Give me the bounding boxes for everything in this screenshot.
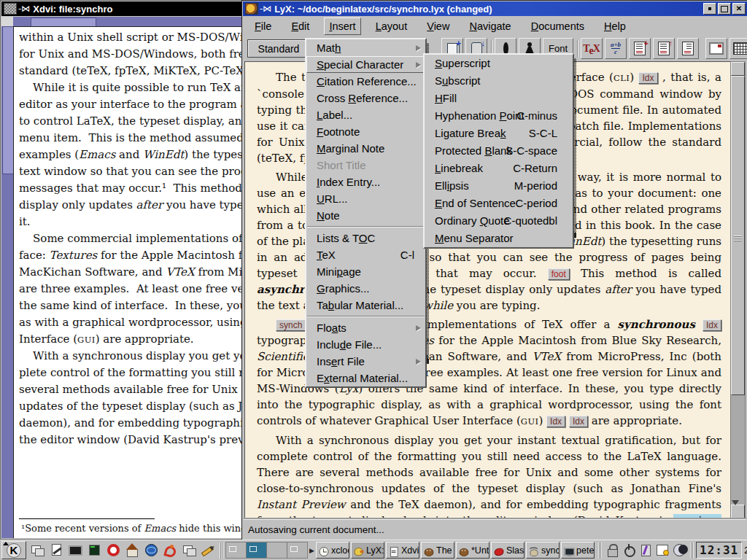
- special-character-menu-item-ligature-break[interactable]: Ligature BreakS-C-L: [425, 125, 573, 142]
- panel-handle[interactable]: [220, 542, 223, 559]
- taskbar-task-unti[interactable]: *Unti: [456, 542, 489, 559]
- launcher-windows-stack[interactable]: [179, 542, 198, 559]
- index-inset[interactable]: Idx: [546, 416, 565, 427]
- special-character-menu-item-hyphenation-point[interactable]: Hyphenation PointC-minus: [425, 107, 573, 125]
- change-depth-button[interactable]: [677, 38, 699, 59]
- small-caps: CLI: [614, 73, 630, 83]
- taskbar-task-xdvi[interactable]: Xdvi: [386, 542, 419, 559]
- insert-footnote-button[interactable]: +: [629, 38, 651, 59]
- iconify-button[interactable]: [703, 3, 716, 15]
- launcher-home-folder[interactable]: [123, 542, 142, 559]
- menubar-item-edit[interactable]: Edit: [286, 18, 314, 35]
- insert-menu-item-minipage[interactable]: Minipage: [306, 263, 425, 280]
- special-character-menu-item-linebreak[interactable]: LinebreakC-Return: [425, 160, 573, 177]
- lock-tray-icon[interactable]: [605, 542, 620, 558]
- organizer-tray-icon[interactable]: [655, 542, 670, 558]
- insert-menu-item-special-character[interactable]: Special Character: [306, 56, 425, 73]
- taskbar-task-slas[interactable]: Slas: [491, 542, 525, 559]
- maximize-button[interactable]: [718, 3, 731, 15]
- insert-menu-item-note[interactable]: Note: [306, 207, 425, 224]
- menubar-item-view[interactable]: View: [422, 18, 454, 35]
- insert-menu-item-external-material[interactable]: External Material...: [306, 370, 425, 386]
- menubar-item-navigate[interactable]: Navigate: [464, 18, 516, 35]
- layout-combo[interactable]: Standard: [247, 39, 310, 58]
- xdvi-titlebar[interactable]: -⋈ Xdvi: file:synchro: [1, 1, 241, 16]
- close-button[interactable]: ✕: [732, 3, 746, 15]
- menubar-item-help[interactable]: Help: [599, 18, 631, 35]
- task-scroll-arrow-icon[interactable]: ▶: [308, 542, 316, 559]
- special-character-menu-item-ordinary-quote[interactable]: Ordinary QuoteC-quotedbl: [425, 212, 573, 230]
- taskbar-task-sync[interactable]: sync: [526, 542, 560, 559]
- index-inset[interactable]: Idx: [638, 72, 657, 84]
- insert-menu-item-tex[interactable]: TeXC-l: [306, 246, 425, 263]
- launcher-window-list[interactable]: [28, 542, 47, 559]
- insert-menu-item-math[interactable]: Math: [306, 39, 425, 56]
- insert-menu-item-label[interactable]: Label...: [306, 106, 425, 123]
- special-character-menu-item-superscript[interactable]: Superscript: [425, 55, 573, 72]
- pager-desktop-2[interactable]: [247, 542, 267, 558]
- insert-menu-item-url[interactable]: URL...: [306, 190, 425, 207]
- menubar-item-file[interactable]: File: [249, 18, 276, 35]
- special-character-menu-item-menu-separator[interactable]: Menu Separator: [425, 230, 573, 247]
- panel-handle[interactable]: [690, 542, 694, 559]
- insert-menu-item-citation-reference[interactable]: Citation Reference...: [306, 73, 425, 90]
- special-character-menu-item-protected-blank[interactable]: Protected BlankS-C-space: [425, 142, 573, 160]
- insert-menu-item-tabular-material[interactable]: Tabular Material...: [306, 297, 425, 314]
- special-character-menu-item-ellipsis[interactable]: EllipsisM-period: [425, 177, 573, 195]
- insert-menu-item-footnote[interactable]: Footnote: [306, 123, 425, 140]
- launcher-terminal[interactable]: [85, 542, 104, 559]
- index-inset[interactable]: Idx: [569, 416, 588, 427]
- insert-menu-item-graphics[interactable]: Graphics...: [306, 280, 425, 297]
- taskbar-task-lyx[interactable]: LyX:: [351, 542, 384, 559]
- launcher-globe-browser[interactable]: [142, 542, 160, 559]
- menubar-item-layout[interactable]: Layout: [371, 18, 413, 35]
- special-character-menu-item-end-of-sentence[interactable]: End of SentenceC-period: [425, 195, 573, 212]
- insert-figure-button[interactable]: [705, 38, 727, 59]
- label-inset[interactable]: synch: [276, 319, 306, 331]
- insert-menu-item-marginal-note[interactable]: Marginal Note: [306, 140, 425, 157]
- moon-tray-icon[interactable]: [672, 542, 687, 558]
- scrollbar-thumb[interactable]: [731, 76, 745, 395]
- scroll-down-button[interactable]: [731, 505, 745, 518]
- taskbar-task-xcloc[interactable]: xcloc: [316, 542, 349, 559]
- tex-button[interactable]: TeX: [581, 38, 603, 59]
- insert-menu-item-include-file[interactable]: Include File...: [306, 336, 425, 353]
- launcher-screen[interactable]: [66, 542, 85, 559]
- xdvi-horizontal-scrollbar[interactable]: [13, 17, 241, 26]
- scroll-up-button[interactable]: [731, 62, 745, 76]
- footnote-inset[interactable]: foot: [548, 268, 570, 280]
- menubar-item-documents[interactable]: Documents: [526, 18, 589, 35]
- power-tray-icon[interactable]: [622, 542, 637, 558]
- panel-handle[interactable]: [598, 542, 602, 559]
- k-menu-button[interactable]: K: [1, 541, 26, 559]
- special-character-menu-item-hfill[interactable]: HFill: [425, 90, 573, 107]
- document-scrollbar[interactable]: [730, 61, 746, 519]
- launcher-kmail[interactable]: [160, 542, 179, 559]
- taskbar-task-the-g[interactable]: The G: [421, 542, 454, 559]
- insert-menu-item-floats[interactable]: Floats: [306, 319, 425, 336]
- taskbar-clock[interactable]: 12:31: [696, 542, 742, 559]
- launcher-lifesaver-help[interactable]: [104, 542, 123, 559]
- klipper-tray-icon[interactable]: [638, 542, 654, 558]
- taskbar-task-pete[interactable]: pete◀: [561, 542, 595, 559]
- pager-desktop-1[interactable]: [226, 542, 247, 558]
- pager-desktop-3[interactable]: [267, 542, 287, 558]
- menubar-item-insert[interactable]: Insert: [324, 18, 360, 35]
- insert-margin-note-button[interactable]: ↑: [653, 38, 675, 59]
- xdvi-vertical-scrollbar[interactable]: [1, 26, 13, 538]
- launcher-sheet-pen[interactable]: [47, 542, 66, 559]
- xdvi-vscroll-thumb[interactable]: [2, 26, 14, 174]
- task-label: pete: [576, 545, 594, 556]
- launcher-pencil-editor[interactable]: [198, 542, 217, 559]
- index-inset[interactable]: Idx: [703, 319, 721, 331]
- special-character-menu-item-subscript[interactable]: Subscript: [425, 72, 573, 90]
- insert-menu-item-lists-toc[interactable]: Lists & TOC: [306, 230, 425, 246]
- insert-menu-item-index-entry[interactable]: Index Entry...: [306, 174, 425, 190]
- menu-item-label: Tabular Material...: [317, 299, 403, 311]
- insert-table-button[interactable]: [729, 38, 747, 59]
- lyx-titlebar[interactable]: -⋈ LyX: ~/doc/beginlatex/src/synchro.lyx…: [243, 1, 747, 16]
- insert-menu-item-cross-reference[interactable]: Cross Reference...: [306, 90, 425, 106]
- math-fraction-button[interactable]: a+bc: [605, 38, 627, 59]
- pager-desktop-4[interactable]: [287, 542, 307, 558]
- insert-menu-item-insert-file[interactable]: Insert File: [306, 353, 425, 370]
